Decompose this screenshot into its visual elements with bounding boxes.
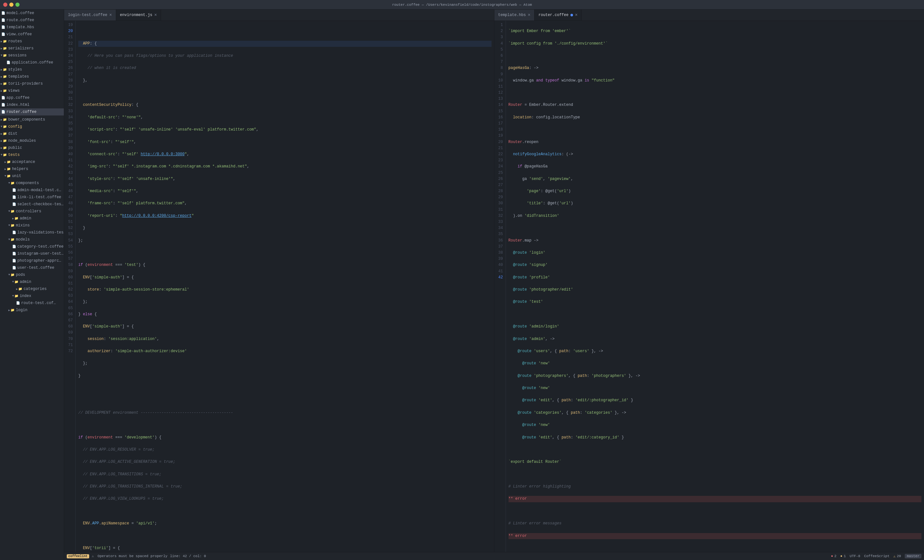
- tab-login-test-coffee[interactable]: login-test.coffee ×: [64, 10, 116, 21]
- tree-item-public[interactable]: ▶ 📁 public: [0, 144, 64, 151]
- right-code-editor[interactable]: 12345 678910 1112131415 1617181920 21222…: [494, 21, 924, 552]
- close-tab-icon[interactable]: ×: [575, 13, 578, 17]
- tree-item-template-hbs[interactable]: 📄 template.hbs: [0, 24, 64, 31]
- minimize-button[interactable]: [9, 3, 14, 7]
- maximize-button[interactable]: [15, 3, 20, 7]
- close-tab-icon[interactable]: ×: [109, 13, 112, 17]
- tree-item-node-modules[interactable]: ▶ 📁 node_modules: [0, 137, 64, 144]
- tree-item-admin-ctrl[interactable]: ▶ 📁 admin: [0, 215, 64, 222]
- tree-item-styles[interactable]: ▶ 📁 styles: [0, 66, 64, 73]
- tree-label: login: [16, 308, 27, 312]
- tree-item-tests[interactable]: ▼ 📁 tests: [0, 151, 64, 159]
- tree-item-index-html[interactable]: 📄 index.html: [0, 101, 64, 108]
- tab-template-hbs[interactable]: template.hbs ×: [494, 10, 535, 21]
- tree-item-select-checkbox[interactable]: 📄 select-checkbox-tes…: [0, 201, 64, 208]
- tree-item-app-coffee[interactable]: 📄 app.coffee: [0, 94, 64, 101]
- tree-item-categories-pod[interactable]: ▶ 📁 categories: [0, 286, 64, 292]
- right-pane: template.hbs × router.coffee × 12345 678…: [494, 10, 924, 552]
- tab-router-coffee[interactable]: router.coffee ×: [534, 10, 582, 21]
- coffeelint-badge[interactable]: coffeelint: [67, 554, 89, 559]
- tree-item-admin-modal-test[interactable]: 📄 admin-modal-test.c…: [0, 187, 64, 194]
- tree-item-link-li-test[interactable]: 📄 link-li-test.coffee: [0, 194, 64, 201]
- window-controls: [3, 3, 20, 7]
- tree-item-config[interactable]: ▼ 📁 config: [0, 123, 64, 130]
- tab-label: router.coffee: [538, 13, 568, 17]
- chevron-down-icon: ▼: [8, 210, 10, 213]
- tree-item-lazy-validations[interactable]: 📄 lazy-validations-tes…: [0, 229, 64, 236]
- folder-icon: 📁: [7, 160, 10, 164]
- tree-item-instagram-user[interactable]: 📄 instagram-user-test…: [0, 250, 64, 257]
- tree-item-templates[interactable]: ▶ 📁 templates: [0, 73, 64, 80]
- tree-item-bower-components[interactable]: ▶ 📁 bower_components: [0, 116, 64, 123]
- tree-item-view-coffee[interactable]: 📄 view.coffee: [0, 31, 64, 38]
- tree-item-models[interactable]: ▼ 📁 models: [0, 236, 64, 243]
- tree-item-model-coffee[interactable]: 📄 model.coffee: [0, 10, 64, 16]
- line-numbers-left: 1920212223 2425262728 2930313233 3435363…: [64, 21, 76, 552]
- tree-label: user-test.coffee: [17, 265, 54, 270]
- tree-item-route-coffee[interactable]: 📄 route.coffee: [0, 16, 64, 24]
- warning-count-icon: ●: [840, 554, 843, 558]
- tree-label: app.coffee: [6, 96, 30, 100]
- tree-item-application-coffee[interactable]: 📄 application.coffee: [0, 59, 64, 66]
- tab-label: login-test.coffee: [68, 13, 107, 17]
- file-icon: 📄: [1, 25, 5, 29]
- syntax-label: CoffeeScript: [864, 554, 890, 558]
- tree-item-controllers[interactable]: ▼ 📁 controllers: [0, 208, 64, 215]
- status-bar-right: ● 2 ● 1 UTF-8 CoffeeScript ⚠ 20 master: [831, 554, 921, 559]
- tree-item-routes[interactable]: ▶ 📁 routes: [0, 38, 64, 45]
- tree-item-unit[interactable]: ▼ 📁 unit: [0, 172, 64, 180]
- folder-icon: 📁: [3, 153, 7, 157]
- tree-item-login[interactable]: ▶ 📁 login: [0, 307, 64, 314]
- tree-item-admin-pod[interactable]: ▼ 📁 admin: [0, 279, 64, 286]
- chevron-right-icon: ▶: [16, 287, 18, 291]
- folder-icon: 📁: [7, 174, 10, 178]
- tree-item-torii-providers[interactable]: ▶ 📁 torii-providers: [0, 80, 64, 87]
- folder-icon: 📁: [10, 210, 14, 213]
- tree-item-router-coffee[interactable]: 📄 router.coffee: [0, 108, 64, 115]
- folder-icon: 📁: [3, 118, 7, 121]
- tree-item-photographer-apprc[interactable]: 📄 photographer-apprc…: [0, 257, 64, 264]
- file-icon: 📄: [12, 195, 16, 199]
- file-icon: 📄: [12, 245, 16, 249]
- tree-item-index-pod[interactable]: ▼ 📁 index: [0, 292, 64, 299]
- tree-label: config: [8, 124, 22, 129]
- tab-environment-js[interactable]: environment.js ×: [116, 10, 161, 21]
- folder-icon: 📁: [3, 89, 7, 93]
- tree-item-views[interactable]: ▶ 📁 views: [0, 87, 64, 94]
- tree-item-serializers[interactable]: ▶ 📁 serializers: [0, 45, 64, 52]
- close-tab-icon[interactable]: ×: [154, 13, 157, 17]
- code-content-right[interactable]: `import Ember from 'ember'` `import conf…: [506, 21, 924, 552]
- git-branch-badge[interactable]: master: [905, 554, 921, 559]
- tree-item-mixins[interactable]: ▼ 📁 mixins: [0, 222, 64, 229]
- chevron-right-icon: ▶: [1, 40, 2, 43]
- left-code-editor[interactable]: 1920212223 2425262728 2930313233 3435363…: [64, 21, 494, 552]
- panes-container: login-test.coffee × environment.js × 192…: [64, 10, 924, 552]
- close-tab-icon[interactable]: ×: [528, 13, 530, 17]
- folder-icon: 📁: [10, 181, 14, 185]
- line-numbers-right: 12345 678910 1112131415 1617181920 21222…: [494, 21, 506, 552]
- tree-item-acceptance[interactable]: ▶ 📁 acceptance: [0, 159, 64, 166]
- folder-icon: 📁: [3, 82, 7, 85]
- file-icon: 📄: [1, 32, 5, 36]
- file-icon: 📄: [1, 110, 5, 114]
- tree-item-user-test[interactable]: 📄 user-test.coffee: [0, 264, 64, 271]
- tree-item-pods[interactable]: ▼ 📁 pods: [0, 271, 64, 279]
- title-bar: router.coffee — /Users/kevinansfield/cod…: [0, 0, 924, 10]
- tree-label: model.coffee: [6, 11, 34, 15]
- tree-item-components[interactable]: ▼ 📁 components: [0, 180, 64, 187]
- tree-item-category-test[interactable]: 📄 category-test.coffee: [0, 243, 64, 250]
- modified-indicator: [570, 14, 573, 16]
- code-content-left[interactable]: APP: { // Here you can pass flags/option…: [76, 21, 494, 552]
- close-button[interactable]: [3, 3, 8, 7]
- tree-item-route-test-cof[interactable]: 📄 route-test.cof…: [0, 299, 64, 307]
- tree-label: index.html: [6, 103, 30, 107]
- warning-count: ● 1: [840, 554, 846, 558]
- encoding-label: UTF-8: [850, 554, 860, 558]
- tree-item-dist[interactable]: ▶ 📁 dist: [0, 130, 64, 137]
- chevron-right-icon: ▶: [12, 217, 14, 220]
- chevron-right-icon: ▶: [4, 168, 6, 171]
- tree-item-helpers[interactable]: ▶ 📁 helpers: [0, 166, 64, 172]
- folder-icon: 📁: [10, 308, 14, 312]
- chevron-right-icon: ▶: [8, 308, 10, 312]
- tree-item-sessions[interactable]: ▼ 📁 sessions: [0, 52, 64, 59]
